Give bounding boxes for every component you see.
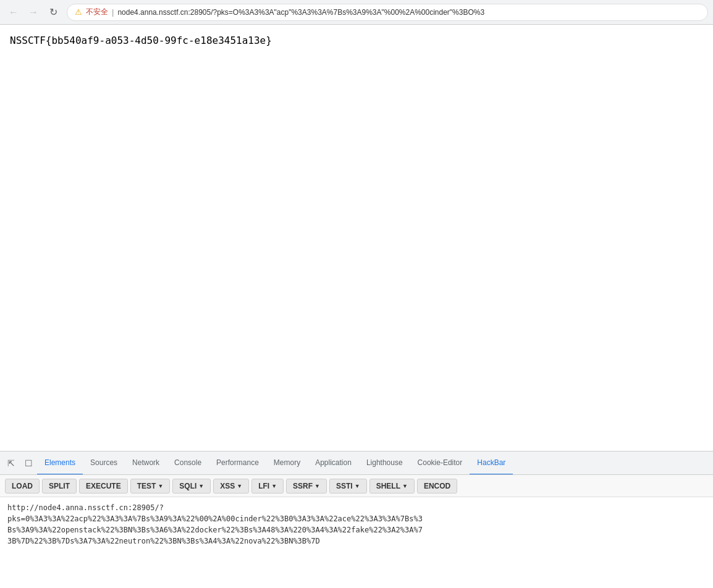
hackbar-load-button[interactable]: LOAD [5, 479, 40, 494]
hackbar-toolbar: LOAD SPLIT EXECUTE TEST ▼ SQLI ▼ XSS ▼ L… [0, 475, 713, 497]
ssrf-dropdown-arrow: ▼ [314, 483, 320, 489]
nav-buttons: ← → ↻ [5, 4, 62, 21]
cursor-icon[interactable]: ⇱ [2, 452, 20, 475]
address-separator: | [112, 7, 114, 17]
hackbar-sqli-button[interactable]: SQLI ▼ [172, 479, 211, 494]
shell-dropdown-arrow: ▼ [402, 483, 408, 489]
hackbar-encod-button[interactable]: ENCOD [417, 479, 457, 494]
url-line-4: 3B%7D%22%3B%7Ds%3A7%3A%22neutron%22%3BN%… [7, 536, 706, 547]
back-button[interactable]: ← [5, 4, 22, 21]
hackbar-test-button[interactable]: TEST ▼ [130, 479, 171, 494]
tab-cookie-editor[interactable]: Cookie-Editor [410, 452, 470, 475]
address-bar[interactable]: ⚠ 不安全 | node4.anna.nssctf.cn:28905/?pks=… [67, 4, 708, 21]
flag-text: NSSCTF{bb540af9-a053-4d50-99fc-e18e3451a… [10, 35, 272, 46]
url-line-2: pks=0%3A3%3A%22acp%22%3A3%3A%7Bs%3A9%3A%… [7, 513, 706, 524]
tab-elements[interactable]: Elements [37, 452, 83, 475]
lfi-dropdown-arrow: ▼ [271, 483, 277, 489]
tab-hackbar[interactable]: HackBar [470, 452, 513, 475]
forward-button[interactable]: → [25, 4, 42, 21]
hackbar-url-area[interactable]: http://node4.anna.nssctf.cn:28905/? pks=… [0, 497, 713, 588]
page-content: NSSCTF{bb540af9-a053-4d50-99fc-e18e3451a… [0, 25, 713, 451]
tab-lighthouse[interactable]: Lighthouse [359, 452, 410, 475]
hackbar-split-button[interactable]: SPLIT [42, 479, 77, 494]
sqli-dropdown-arrow: ▼ [198, 483, 204, 489]
ssti-dropdown-arrow: ▼ [355, 483, 360, 489]
tab-performance[interactable]: Performance [209, 452, 266, 475]
test-dropdown-arrow: ▼ [158, 483, 163, 489]
hackbar-shell-button[interactable]: SHELL ▼ [369, 479, 415, 494]
device-icon[interactable]: ☐ [20, 452, 37, 475]
tab-sources[interactable]: Sources [83, 452, 125, 475]
url-line-3: Bs%3A9%3A%22openstack%22%3BN%3Bs%3A6%3A%… [7, 524, 706, 536]
tab-network[interactable]: Network [125, 452, 167, 475]
browser-toolbar: ← → ↻ ⚠ 不安全 | node4.anna.nssctf.cn:28905… [0, 0, 713, 25]
hackbar-execute-button[interactable]: EXECUTE [79, 479, 128, 494]
address-url: node4.anna.nssctf.cn:28905/?pks=O%3A3%3A… [117, 8, 484, 17]
insecure-label: 不安全 [86, 7, 108, 17]
tab-memory[interactable]: Memory [266, 452, 308, 475]
hackbar-lfi-button[interactable]: LFI ▼ [251, 479, 284, 494]
url-line-1: http://node4.anna.nssctf.cn:28905/? [7, 502, 706, 513]
reload-button[interactable]: ↻ [44, 4, 62, 21]
tab-application[interactable]: Application [308, 452, 359, 475]
warning-icon: ⚠ [75, 7, 82, 17]
xss-dropdown-arrow: ▼ [237, 483, 242, 489]
devtools-tabs: ⇱ ☐ Elements Sources Network Console Per… [0, 452, 713, 475]
hackbar-ssrf-button[interactable]: SSRF ▼ [286, 479, 327, 494]
devtools-panel: ⇱ ☐ Elements Sources Network Console Per… [0, 451, 713, 588]
hackbar-ssti-button[interactable]: SSTI ▼ [329, 479, 367, 494]
tab-console[interactable]: Console [167, 452, 209, 475]
hackbar-xss-button[interactable]: XSS ▼ [213, 479, 249, 494]
